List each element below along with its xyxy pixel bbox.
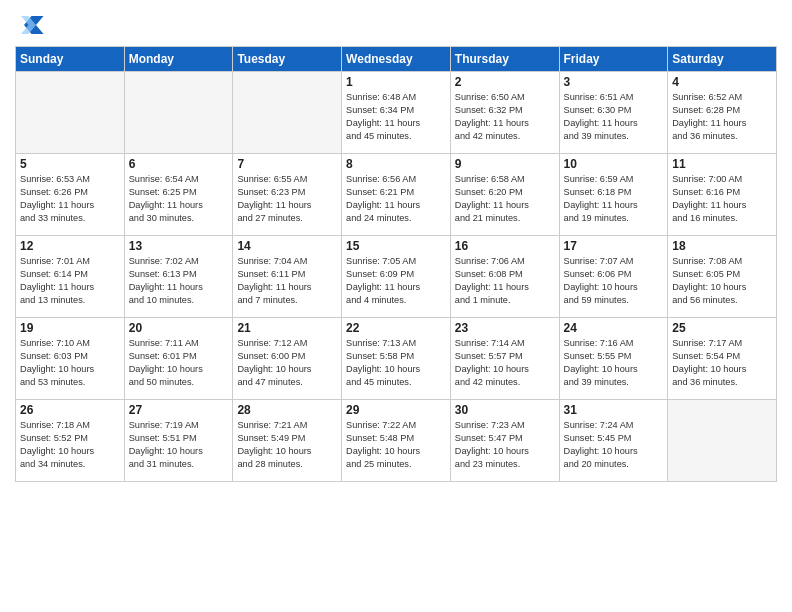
day-number: 20: [129, 321, 229, 335]
calendar-cell: 8Sunrise: 6:56 AM Sunset: 6:21 PM Daylig…: [342, 154, 451, 236]
day-info: Sunrise: 7:11 AM Sunset: 6:01 PM Dayligh…: [129, 337, 229, 389]
day-info: Sunrise: 7:21 AM Sunset: 5:49 PM Dayligh…: [237, 419, 337, 471]
day-info: Sunrise: 7:01 AM Sunset: 6:14 PM Dayligh…: [20, 255, 120, 307]
day-info: Sunrise: 7:02 AM Sunset: 6:13 PM Dayligh…: [129, 255, 229, 307]
day-number: 6: [129, 157, 229, 171]
day-number: 8: [346, 157, 446, 171]
calendar-dow-friday: Friday: [559, 47, 668, 72]
day-info: Sunrise: 6:58 AM Sunset: 6:20 PM Dayligh…: [455, 173, 555, 225]
day-info: Sunrise: 7:13 AM Sunset: 5:58 PM Dayligh…: [346, 337, 446, 389]
calendar-cell: [16, 72, 125, 154]
day-info: Sunrise: 7:24 AM Sunset: 5:45 PM Dayligh…: [564, 419, 664, 471]
day-info: Sunrise: 6:48 AM Sunset: 6:34 PM Dayligh…: [346, 91, 446, 143]
calendar-cell: [124, 72, 233, 154]
day-info: Sunrise: 6:54 AM Sunset: 6:25 PM Dayligh…: [129, 173, 229, 225]
day-number: 14: [237, 239, 337, 253]
day-number: 23: [455, 321, 555, 335]
day-number: 9: [455, 157, 555, 171]
day-info: Sunrise: 7:14 AM Sunset: 5:57 PM Dayligh…: [455, 337, 555, 389]
calendar-cell: 4Sunrise: 6:52 AM Sunset: 6:28 PM Daylig…: [668, 72, 777, 154]
calendar-cell: 1Sunrise: 6:48 AM Sunset: 6:34 PM Daylig…: [342, 72, 451, 154]
day-info: Sunrise: 7:07 AM Sunset: 6:06 PM Dayligh…: [564, 255, 664, 307]
day-info: Sunrise: 6:59 AM Sunset: 6:18 PM Dayligh…: [564, 173, 664, 225]
day-number: 15: [346, 239, 446, 253]
logo: [15, 10, 49, 40]
day-number: 25: [672, 321, 772, 335]
day-info: Sunrise: 7:22 AM Sunset: 5:48 PM Dayligh…: [346, 419, 446, 471]
calendar-cell: [233, 72, 342, 154]
calendar-week-row: 5Sunrise: 6:53 AM Sunset: 6:26 PM Daylig…: [16, 154, 777, 236]
day-number: 17: [564, 239, 664, 253]
day-info: Sunrise: 7:05 AM Sunset: 6:09 PM Dayligh…: [346, 255, 446, 307]
calendar-cell: 5Sunrise: 6:53 AM Sunset: 6:26 PM Daylig…: [16, 154, 125, 236]
calendar-cell: 11Sunrise: 7:00 AM Sunset: 6:16 PM Dayli…: [668, 154, 777, 236]
day-number: 5: [20, 157, 120, 171]
calendar-cell: 25Sunrise: 7:17 AM Sunset: 5:54 PM Dayli…: [668, 318, 777, 400]
calendar-week-row: 1Sunrise: 6:48 AM Sunset: 6:34 PM Daylig…: [16, 72, 777, 154]
day-info: Sunrise: 6:52 AM Sunset: 6:28 PM Dayligh…: [672, 91, 772, 143]
day-number: 10: [564, 157, 664, 171]
logo-icon: [15, 10, 45, 40]
day-info: Sunrise: 7:12 AM Sunset: 6:00 PM Dayligh…: [237, 337, 337, 389]
day-info: Sunrise: 7:04 AM Sunset: 6:11 PM Dayligh…: [237, 255, 337, 307]
calendar-dow-monday: Monday: [124, 47, 233, 72]
calendar-cell: 16Sunrise: 7:06 AM Sunset: 6:08 PM Dayli…: [450, 236, 559, 318]
day-info: Sunrise: 7:18 AM Sunset: 5:52 PM Dayligh…: [20, 419, 120, 471]
day-number: 2: [455, 75, 555, 89]
calendar-cell: [668, 400, 777, 482]
day-info: Sunrise: 7:00 AM Sunset: 6:16 PM Dayligh…: [672, 173, 772, 225]
calendar-week-row: 19Sunrise: 7:10 AM Sunset: 6:03 PM Dayli…: [16, 318, 777, 400]
day-number: 19: [20, 321, 120, 335]
day-number: 21: [237, 321, 337, 335]
calendar-cell: 15Sunrise: 7:05 AM Sunset: 6:09 PM Dayli…: [342, 236, 451, 318]
calendar-cell: 22Sunrise: 7:13 AM Sunset: 5:58 PM Dayli…: [342, 318, 451, 400]
calendar-dow-wednesday: Wednesday: [342, 47, 451, 72]
day-info: Sunrise: 6:55 AM Sunset: 6:23 PM Dayligh…: [237, 173, 337, 225]
day-number: 12: [20, 239, 120, 253]
calendar-cell: 26Sunrise: 7:18 AM Sunset: 5:52 PM Dayli…: [16, 400, 125, 482]
day-number: 30: [455, 403, 555, 417]
calendar-cell: 21Sunrise: 7:12 AM Sunset: 6:00 PM Dayli…: [233, 318, 342, 400]
calendar-cell: 19Sunrise: 7:10 AM Sunset: 6:03 PM Dayli…: [16, 318, 125, 400]
day-number: 11: [672, 157, 772, 171]
calendar-cell: 29Sunrise: 7:22 AM Sunset: 5:48 PM Dayli…: [342, 400, 451, 482]
calendar-dow-saturday: Saturday: [668, 47, 777, 72]
day-info: Sunrise: 7:16 AM Sunset: 5:55 PM Dayligh…: [564, 337, 664, 389]
day-info: Sunrise: 6:56 AM Sunset: 6:21 PM Dayligh…: [346, 173, 446, 225]
calendar-cell: 31Sunrise: 7:24 AM Sunset: 5:45 PM Dayli…: [559, 400, 668, 482]
calendar-cell: 2Sunrise: 6:50 AM Sunset: 6:32 PM Daylig…: [450, 72, 559, 154]
day-number: 29: [346, 403, 446, 417]
calendar-dow-thursday: Thursday: [450, 47, 559, 72]
calendar-week-row: 26Sunrise: 7:18 AM Sunset: 5:52 PM Dayli…: [16, 400, 777, 482]
day-info: Sunrise: 7:19 AM Sunset: 5:51 PM Dayligh…: [129, 419, 229, 471]
day-number: 27: [129, 403, 229, 417]
calendar-table: SundayMondayTuesdayWednesdayThursdayFrid…: [15, 46, 777, 482]
calendar-cell: 13Sunrise: 7:02 AM Sunset: 6:13 PM Dayli…: [124, 236, 233, 318]
calendar-cell: 7Sunrise: 6:55 AM Sunset: 6:23 PM Daylig…: [233, 154, 342, 236]
day-info: Sunrise: 7:06 AM Sunset: 6:08 PM Dayligh…: [455, 255, 555, 307]
day-number: 28: [237, 403, 337, 417]
calendar-dow-sunday: Sunday: [16, 47, 125, 72]
day-number: 16: [455, 239, 555, 253]
day-info: Sunrise: 6:50 AM Sunset: 6:32 PM Dayligh…: [455, 91, 555, 143]
calendar-cell: 23Sunrise: 7:14 AM Sunset: 5:57 PM Dayli…: [450, 318, 559, 400]
day-info: Sunrise: 7:23 AM Sunset: 5:47 PM Dayligh…: [455, 419, 555, 471]
day-number: 18: [672, 239, 772, 253]
calendar-cell: 12Sunrise: 7:01 AM Sunset: 6:14 PM Dayli…: [16, 236, 125, 318]
day-number: 3: [564, 75, 664, 89]
day-number: 1: [346, 75, 446, 89]
day-info: Sunrise: 7:10 AM Sunset: 6:03 PM Dayligh…: [20, 337, 120, 389]
calendar-cell: 18Sunrise: 7:08 AM Sunset: 6:05 PM Dayli…: [668, 236, 777, 318]
calendar-cell: 6Sunrise: 6:54 AM Sunset: 6:25 PM Daylig…: [124, 154, 233, 236]
calendar-cell: 17Sunrise: 7:07 AM Sunset: 6:06 PM Dayli…: [559, 236, 668, 318]
calendar-cell: 9Sunrise: 6:58 AM Sunset: 6:20 PM Daylig…: [450, 154, 559, 236]
day-info: Sunrise: 7:08 AM Sunset: 6:05 PM Dayligh…: [672, 255, 772, 307]
calendar-dow-tuesday: Tuesday: [233, 47, 342, 72]
day-number: 7: [237, 157, 337, 171]
calendar-cell: 24Sunrise: 7:16 AM Sunset: 5:55 PM Dayli…: [559, 318, 668, 400]
calendar-cell: 10Sunrise: 6:59 AM Sunset: 6:18 PM Dayli…: [559, 154, 668, 236]
page-header: [15, 10, 777, 40]
day-number: 26: [20, 403, 120, 417]
day-number: 22: [346, 321, 446, 335]
calendar-cell: 28Sunrise: 7:21 AM Sunset: 5:49 PM Dayli…: [233, 400, 342, 482]
